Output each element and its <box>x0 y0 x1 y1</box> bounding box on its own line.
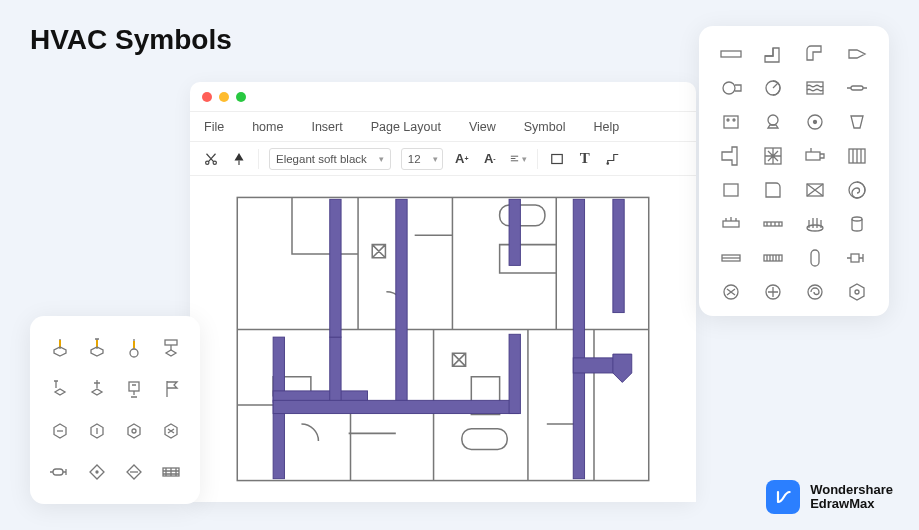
symbol-linear-diffuser[interactable] <box>715 246 747 270</box>
symbol-fan-blower[interactable] <box>757 76 789 100</box>
symbol-condenser[interactable] <box>799 280 831 304</box>
symbol-radiator[interactable] <box>799 212 831 236</box>
svg-rect-43 <box>851 254 859 262</box>
maximize-icon[interactable] <box>236 92 246 102</box>
toolbar-divider <box>537 149 538 169</box>
symbol-thermometer-1[interactable] <box>46 332 73 364</box>
symbol-damper-round[interactable] <box>799 110 831 134</box>
cut-icon[interactable] <box>202 150 220 168</box>
symbol-register-top[interactable] <box>715 212 747 236</box>
symbol-duct-straight[interactable] <box>715 42 747 66</box>
svg-rect-5 <box>500 205 545 226</box>
minimize-icon[interactable] <box>219 92 229 102</box>
symbol-hex-valve[interactable] <box>841 280 873 304</box>
symbol-duct-elbow[interactable] <box>757 42 789 66</box>
svg-rect-50 <box>129 382 139 391</box>
svg-rect-33 <box>724 184 738 196</box>
font-selector[interactable]: Elegant soft black ▾ <box>269 148 391 170</box>
svg-rect-24 <box>724 116 738 128</box>
symbol-coil[interactable] <box>715 280 747 304</box>
chevron-down-icon: ▾ <box>379 154 384 164</box>
svg-rect-49 <box>165 340 177 345</box>
svg-rect-4 <box>237 197 648 480</box>
menu-help[interactable]: Help <box>593 120 619 134</box>
symbol-hex-4[interactable] <box>157 415 184 447</box>
svg-rect-52 <box>53 469 63 475</box>
symbol-box-empty[interactable] <box>715 178 747 202</box>
svg-point-53 <box>96 471 98 473</box>
symbol-hex-2[interactable] <box>83 415 110 447</box>
svg-rect-42 <box>811 250 819 266</box>
symbol-panel-left <box>30 316 200 504</box>
symbol-fan-centrifugal[interactable] <box>715 76 747 100</box>
svg-rect-9 <box>330 337 341 403</box>
drawing-canvas[interactable] <box>190 176 696 502</box>
text-tool-icon[interactable]: T <box>576 150 594 168</box>
symbol-diamond[interactable] <box>83 457 110 489</box>
symbol-thermometer-2[interactable] <box>83 332 110 364</box>
symbol-diffuser[interactable] <box>841 110 873 134</box>
symbol-sensor-top[interactable] <box>157 332 184 364</box>
symbol-register-flat[interactable] <box>757 212 789 236</box>
symbol-valve-plus[interactable] <box>757 280 789 304</box>
menu-file[interactable]: File <box>204 120 224 134</box>
symbol-heat-exchanger[interactable] <box>841 246 873 270</box>
symbol-probe-2[interactable] <box>83 374 110 406</box>
decrease-font-icon[interactable]: A- <box>481 150 499 168</box>
symbol-probe-1[interactable] <box>46 374 73 406</box>
format-painter-icon[interactable] <box>230 150 248 168</box>
close-icon[interactable] <box>202 92 212 102</box>
symbol-thermometer-3[interactable] <box>120 332 147 364</box>
symbol-louver[interactable] <box>841 144 873 168</box>
symbol-cylinder[interactable] <box>841 212 873 236</box>
svg-rect-16 <box>573 199 584 478</box>
svg-point-39 <box>852 217 862 221</box>
svg-rect-6 <box>462 429 507 450</box>
symbol-diamond-h[interactable] <box>120 457 147 489</box>
font-size-selector[interactable]: 12 ▾ <box>401 148 443 170</box>
menu-symbol[interactable]: Symbol <box>524 120 566 134</box>
symbol-pump[interactable] <box>757 110 789 134</box>
svg-rect-12 <box>396 199 407 407</box>
symbol-duct-transition[interactable] <box>841 42 873 66</box>
symbol-hex-3[interactable] <box>120 415 147 447</box>
align-icon[interactable]: ▾ <box>509 150 527 168</box>
svg-point-29 <box>814 121 817 124</box>
symbol-filter[interactable] <box>799 76 831 100</box>
svg-point-1 <box>213 161 216 164</box>
symbol-controller[interactable] <box>120 374 147 406</box>
symbol-grille-box[interactable] <box>757 144 789 168</box>
symbol-silencer[interactable] <box>841 76 873 100</box>
symbol-duct-elbow-curve[interactable] <box>799 42 831 66</box>
symbol-swirl[interactable] <box>841 178 873 202</box>
svg-point-47 <box>855 290 859 294</box>
menu-page-layout[interactable]: Page Layout <box>371 120 441 134</box>
menu-home[interactable]: home <box>252 120 283 134</box>
symbol-panel-right <box>699 26 889 316</box>
symbol-hex-1[interactable] <box>46 415 73 447</box>
symbol-ahu[interactable] <box>157 457 184 489</box>
symbol-control-box[interactable] <box>715 110 747 134</box>
symbol-branch-duct[interactable] <box>715 144 747 168</box>
font-name: Elegant soft black <box>276 153 367 165</box>
brand-line2: EdrawMax <box>810 497 893 511</box>
symbol-compressor[interactable] <box>46 457 73 489</box>
increase-font-icon[interactable]: A+ <box>453 150 471 168</box>
shape-rect-icon[interactable] <box>548 150 566 168</box>
symbol-vav-box[interactable] <box>799 144 831 168</box>
toolbar: Elegant soft black ▾ 12 ▾ A+ A- ▾ T <box>190 142 696 176</box>
svg-point-48 <box>130 349 138 357</box>
symbol-capsule[interactable] <box>799 246 831 270</box>
symbol-flag-sensor[interactable] <box>157 374 184 406</box>
svg-rect-17 <box>613 199 624 312</box>
svg-rect-14 <box>509 334 520 413</box>
symbol-grille-linear[interactable] <box>757 246 789 270</box>
symbol-damper-rect[interactable] <box>799 178 831 202</box>
symbol-rounded-corner[interactable] <box>757 178 789 202</box>
svg-point-0 <box>206 161 209 164</box>
menu-view[interactable]: View <box>469 120 496 134</box>
svg-point-20 <box>723 82 735 94</box>
svg-rect-23 <box>851 86 863 90</box>
connector-icon[interactable] <box>604 150 622 168</box>
menu-insert[interactable]: Insert <box>311 120 342 134</box>
